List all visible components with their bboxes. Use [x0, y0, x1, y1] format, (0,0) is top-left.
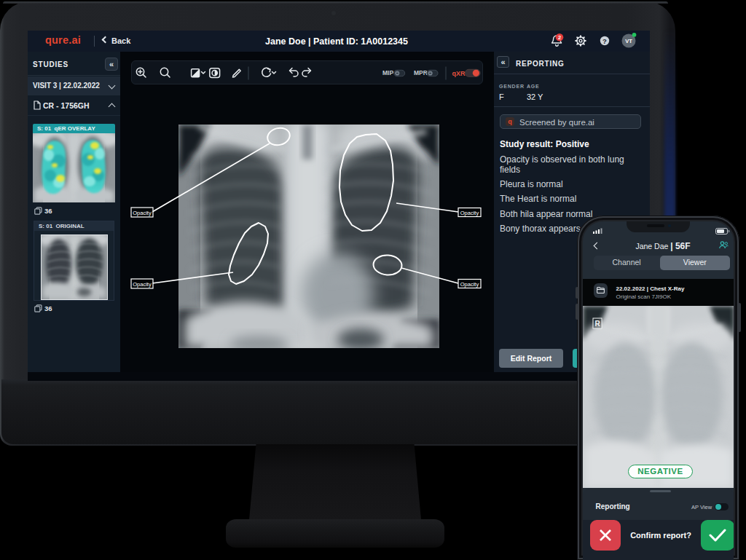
- svg-text:VT: VT: [625, 38, 632, 44]
- svg-text:Opacity: Opacity: [460, 281, 479, 288]
- svg-text:Opacity: Opacity: [133, 281, 152, 288]
- svg-text:R: R: [594, 320, 600, 328]
- svg-text:Opacity: Opacity: [460, 210, 479, 216]
- svg-text:Opacity: Opacity: [133, 210, 152, 216]
- svg-text:2: 2: [558, 34, 561, 41]
- svg-text:?: ?: [602, 37, 607, 45]
